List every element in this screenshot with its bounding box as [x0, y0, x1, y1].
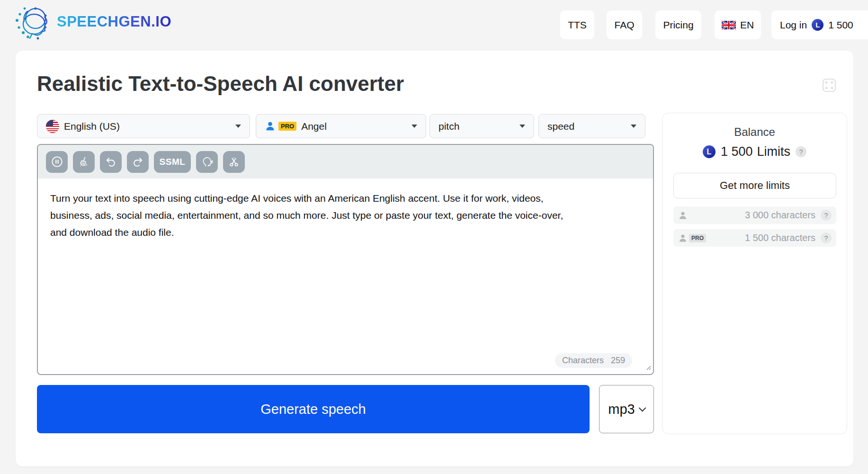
- format-select[interactable]: mp3: [599, 385, 654, 433]
- voice-select-value: Angel: [301, 121, 327, 132]
- person-icon: [265, 121, 276, 132]
- nav-faq-label: FAQ: [614, 19, 634, 31]
- language-switcher[interactable]: EN: [715, 10, 761, 39]
- voice-select[interactable]: PRO Angel: [256, 114, 426, 138]
- pro-characters-value: 1 500 characters: [745, 233, 815, 243]
- chevron-down-icon: [412, 125, 417, 128]
- text-editor: SSML Turn your text into speech using cu…: [37, 144, 654, 375]
- person-icon: [678, 211, 688, 220]
- character-counter-value: 259: [611, 356, 625, 366]
- get-more-limits-button[interactable]: Get more limits: [673, 173, 836, 198]
- chevron-down-icon: [631, 125, 636, 128]
- nav-pricing-label: Pricing: [663, 19, 693, 31]
- fullscreen-toggle[interactable]: [822, 78, 837, 95]
- pitch-select-value: pitch: [438, 121, 459, 132]
- person-icon: [678, 233, 688, 243]
- editor-line: business, ads, social media, entertainme…: [50, 207, 641, 224]
- uk-flag-icon: [722, 20, 736, 30]
- us-flag-icon: [46, 120, 59, 133]
- balance-panel: Balance L 1 500 Limits ? Get more limits…: [662, 113, 847, 434]
- fullscreen-icon: [822, 78, 837, 93]
- nav-item-faq[interactable]: FAQ: [607, 10, 642, 39]
- ssml-button[interactable]: SSML: [154, 151, 191, 173]
- ssml-label: SSML: [160, 157, 186, 167]
- speaking-head-icon: [201, 155, 214, 168]
- voice-preview-button[interactable]: [196, 151, 218, 173]
- brand-logo[interactable]: SPEECHGEN.IO: [13, 3, 171, 41]
- chevron-down-icon: [638, 404, 646, 411]
- pro-characters-help-button[interactable]: ?: [821, 233, 832, 243]
- free-characters-row: 3 000 characters ?: [673, 206, 836, 224]
- chevron-down-icon: [235, 125, 241, 128]
- clear-text-button[interactable]: [73, 151, 95, 173]
- nav-item-pricing[interactable]: Pricing: [655, 10, 701, 39]
- broom-icon: [78, 156, 90, 168]
- nav-item-tts[interactable]: TTS: [560, 10, 594, 39]
- limits-label: Limits: [757, 144, 791, 159]
- limits-help-button[interactable]: ?: [796, 146, 806, 157]
- pitch-select[interactable]: pitch: [430, 114, 534, 138]
- pro-badge: PRO: [689, 234, 706, 242]
- balance-title: Balance: [662, 125, 847, 139]
- pause-icon: [51, 155, 63, 168]
- get-more-limits-label: Get more limits: [720, 179, 790, 192]
- nav-tts-label: TTS: [568, 19, 587, 31]
- pro-badge: PRO: [278, 122, 296, 131]
- speed-select-value: speed: [547, 121, 574, 132]
- main-panel: Realistic Text-to-Speech AI converter En…: [16, 51, 853, 466]
- brand-head-icon: [13, 3, 53, 41]
- language-select-value: English (US): [64, 121, 120, 132]
- limits-summary: L 1 500 Limits ?: [662, 144, 847, 159]
- undo-icon: [105, 156, 117, 168]
- undo-button[interactable]: [100, 151, 122, 173]
- language-switcher-label: EN: [740, 19, 754, 31]
- limits-value: 1 500: [721, 144, 753, 159]
- editor-line: and download the audio file.: [50, 224, 641, 241]
- redo-button[interactable]: [127, 151, 149, 173]
- character-counter-label: Characters: [562, 356, 604, 366]
- speed-select[interactable]: speed: [538, 114, 645, 138]
- free-characters-value: 3 000 characters: [745, 210, 815, 221]
- format-select-value: mp3: [608, 402, 635, 417]
- pause-button[interactable]: [46, 151, 68, 173]
- redo-icon: [132, 156, 144, 168]
- scissors-icon: [228, 156, 240, 168]
- resize-grip-icon: [644, 364, 652, 371]
- character-counter: Characters 259: [555, 353, 632, 368]
- page-title: Realistic Text-to-Speech AI converter: [37, 72, 404, 96]
- limits-text: 1 500 Limits: [721, 144, 790, 159]
- brand-wordmark: SPEECHGEN.IO: [57, 13, 171, 30]
- generate-speech-button[interactable]: Generate speech: [37, 385, 590, 433]
- free-characters-help-button[interactable]: ?: [821, 210, 832, 221]
- generate-speech-label: Generate speech: [260, 402, 366, 417]
- editor-line: Turn your text into speech using cutting…: [50, 190, 641, 207]
- pro-characters-row: PRO 1 500 characters ?: [673, 229, 836, 247]
- login-button[interactable]: Log in L 1 500: [771, 10, 868, 39]
- limits-coin-icon: L: [703, 145, 716, 158]
- cut-button[interactable]: [223, 151, 245, 173]
- login-label: Log in: [780, 19, 807, 31]
- editor-text-area[interactable]: Turn your text into speech using cutting…: [38, 179, 653, 241]
- language-select[interactable]: English (US): [37, 114, 250, 138]
- editor-resize-handle[interactable]: [644, 364, 652, 373]
- header-balance-value: 1 500: [828, 19, 853, 31]
- chevron-down-icon: [519, 125, 525, 128]
- limits-coin-icon: L: [812, 19, 823, 31]
- editor-toolbar: SSML: [38, 145, 653, 179]
